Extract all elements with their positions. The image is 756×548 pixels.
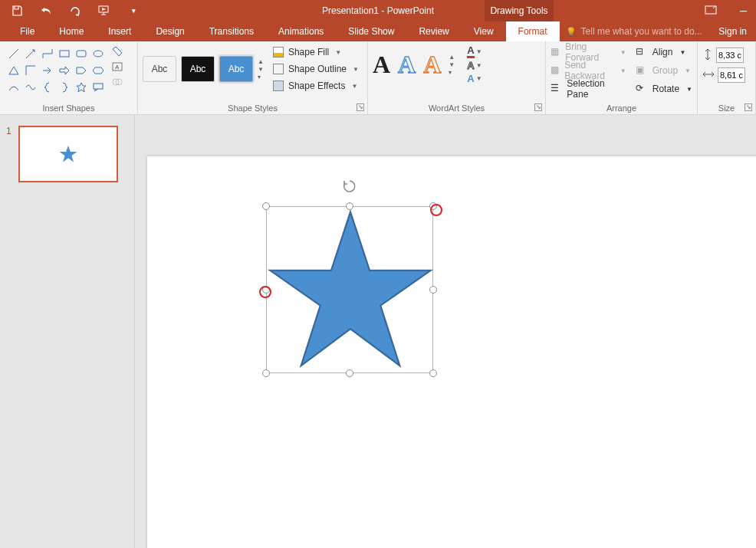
tab-view[interactable]: View xyxy=(462,21,506,41)
shape-rounded-rect-icon[interactable] xyxy=(74,46,89,61)
selection-pane-button[interactable]: ☰Selection Pane xyxy=(551,81,626,97)
tab-insert[interactable]: Insert xyxy=(96,21,143,41)
tab-file[interactable]: File xyxy=(8,21,47,41)
tab-home[interactable]: Home xyxy=(47,21,96,41)
shape-styles-launcher-icon[interactable]: ↘ xyxy=(357,103,364,111)
sign-in-link[interactable]: Sign in xyxy=(709,21,756,41)
start-from-beginning-icon[interactable] xyxy=(98,5,110,17)
shape-selection-box[interactable] xyxy=(266,206,433,373)
send-backward-button[interactable]: ▩Send Backward▼ xyxy=(551,63,626,78)
gallery-scroll-up-icon[interactable]: ▲ xyxy=(258,58,264,65)
tab-design[interactable]: Design xyxy=(143,21,196,41)
shape-hexagon-icon[interactable] xyxy=(90,63,106,78)
edit-shape-icon[interactable] xyxy=(110,44,124,58)
star-shape[interactable] xyxy=(267,207,434,374)
shape-star-icon[interactable] xyxy=(74,80,89,95)
shape-effects-button[interactable]: Shape Effects▼ xyxy=(273,78,359,94)
rotate-handle-icon[interactable] xyxy=(343,179,357,193)
svg-text:A: A xyxy=(115,64,120,71)
ribbon: A Insert Shapes Abc Abc Abc ▲ ▼ ▾ Shape … xyxy=(0,41,756,115)
width-input[interactable] xyxy=(718,67,745,83)
text-effects-button[interactable]: A▼ xyxy=(467,73,482,84)
undo-icon[interactable] xyxy=(40,5,52,17)
wordart-more-icon[interactable]: ▾ xyxy=(449,69,455,76)
shape-line-arrow-icon[interactable] xyxy=(23,46,38,61)
shape-brace-right-icon[interactable] xyxy=(57,80,72,95)
shapes-gallery[interactable] xyxy=(5,44,107,97)
shape-elbow-icon[interactable] xyxy=(23,63,38,78)
gallery-more-icon[interactable]: ▾ xyxy=(258,74,264,80)
shape-fill-button[interactable]: Shape Fill▼ xyxy=(273,44,359,60)
slide-thumbnails-panel[interactable]: 1 xyxy=(0,115,135,548)
text-box-icon[interactable]: A xyxy=(110,60,124,74)
shape-block-arrow-icon[interactable] xyxy=(57,63,72,78)
redo-icon[interactable] xyxy=(69,5,81,17)
style-preset-2[interactable]: Abc xyxy=(181,56,215,82)
shape-callout-icon[interactable] xyxy=(90,80,106,95)
shape-wave-icon[interactable] xyxy=(23,80,38,95)
slide-canvas-area[interactable] xyxy=(135,115,756,548)
pencil-icon xyxy=(273,64,284,74)
wordart-launcher-icon[interactable]: ↘ xyxy=(534,103,542,111)
wordart-preset-1[interactable]: A xyxy=(373,51,390,79)
shape-pentagon-icon[interactable] xyxy=(74,63,89,78)
text-fill-button[interactable]: A▼ xyxy=(467,44,482,58)
svg-rect-4 xyxy=(60,51,69,57)
qat-customize-icon[interactable]: ▾ xyxy=(127,5,140,17)
group-label: Shape Styles xyxy=(138,103,367,113)
shape-connector-icon[interactable] xyxy=(40,46,55,61)
shape-width-field[interactable] xyxy=(702,67,751,83)
shape-line-icon[interactable] xyxy=(6,46,21,61)
group-wordart-styles: A A A ▲ ▼ ▾ A▼ A▼ A▼ WordArt Styles ↘ xyxy=(368,41,546,114)
style-preset-1[interactable]: Abc xyxy=(143,56,176,82)
gallery-scroll-down-icon[interactable]: ▼ xyxy=(258,66,264,73)
group-label: Insert Shapes xyxy=(0,103,137,113)
tell-me-search[interactable]: Tell me what you want to do... xyxy=(560,21,710,41)
wordart-preset-2[interactable]: A xyxy=(398,51,416,79)
align-button[interactable]: ⊟Align▼ xyxy=(636,44,692,60)
group-insert-shapes: A Insert Shapes xyxy=(0,41,138,114)
svg-marker-16 xyxy=(60,146,77,162)
wordart-scroll-down-icon[interactable]: ▼ xyxy=(449,61,455,68)
shape-triangle-icon[interactable] xyxy=(6,63,21,78)
height-input[interactable] xyxy=(716,48,744,63)
text-outline-button[interactable]: A▼ xyxy=(467,60,482,71)
ribbon-display-options-icon[interactable] xyxy=(705,4,717,18)
minimize-button[interactable]: – xyxy=(740,4,747,18)
tab-format[interactable]: Format xyxy=(506,21,560,41)
style-preset-3-selected[interactable]: Abc xyxy=(219,56,253,82)
svg-marker-7 xyxy=(9,67,18,74)
group-icon: ▣ xyxy=(636,64,648,77)
size-launcher-icon[interactable]: ↘ xyxy=(744,103,752,111)
shape-height-field[interactable] xyxy=(702,48,751,63)
tab-review[interactable]: Review xyxy=(406,21,461,41)
shape-brace-left-icon[interactable] xyxy=(40,80,55,95)
group-label: Arrange xyxy=(546,103,697,113)
shape-outline-button[interactable]: Shape Outline▼ xyxy=(273,61,359,77)
workspace: 1 xyxy=(0,115,756,548)
rotate-icon: ⟳ xyxy=(636,83,648,95)
wordart-preset-3[interactable]: A xyxy=(423,51,441,79)
shape-ellipse-icon[interactable] xyxy=(90,46,106,61)
shape-rectangle-icon[interactable] xyxy=(57,46,72,61)
svg-marker-8 xyxy=(93,67,104,74)
star-icon xyxy=(58,144,78,164)
slide-canvas[interactable] xyxy=(147,156,756,548)
shape-curve-icon[interactable] xyxy=(6,80,21,95)
group-button[interactable]: ▣Group▼ xyxy=(636,63,692,78)
effects-icon xyxy=(273,80,284,91)
shape-diamond-arrow-icon[interactable] xyxy=(40,63,55,78)
send-backward-icon: ▩ xyxy=(551,64,560,77)
wordart-scroll-up-icon[interactable]: ▲ xyxy=(449,54,455,61)
save-icon[interactable] xyxy=(11,5,23,17)
contextual-tab-drawing-tools: Drawing Tools xyxy=(485,0,554,21)
rotate-button[interactable]: ⟳Rotate▼ xyxy=(636,81,692,97)
height-icon xyxy=(702,48,713,63)
tab-slideshow[interactable]: Slide Show xyxy=(336,21,406,41)
bring-forward-button[interactable]: ▦Bring Forward▼ xyxy=(551,44,626,60)
tab-transitions[interactable]: Transitions xyxy=(197,21,266,41)
svg-line-3 xyxy=(26,50,35,58)
tab-animations[interactable]: Animations xyxy=(266,21,336,41)
slide-thumb-1[interactable]: 1 xyxy=(8,126,127,182)
merge-shapes-icon[interactable] xyxy=(110,75,124,89)
